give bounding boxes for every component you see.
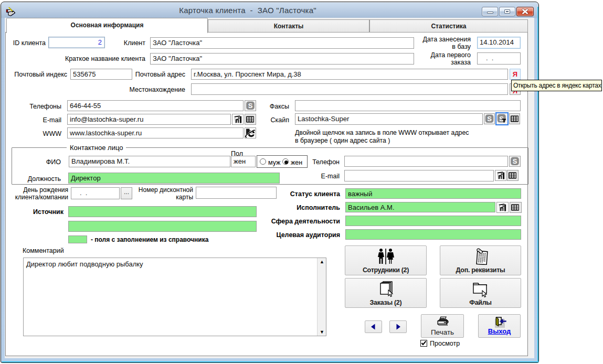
svg-text:S: S: [487, 115, 492, 123]
svg-text:S: S: [248, 102, 253, 110]
svg-text:S: S: [513, 157, 517, 165]
svg-text:S: S: [499, 115, 504, 123]
